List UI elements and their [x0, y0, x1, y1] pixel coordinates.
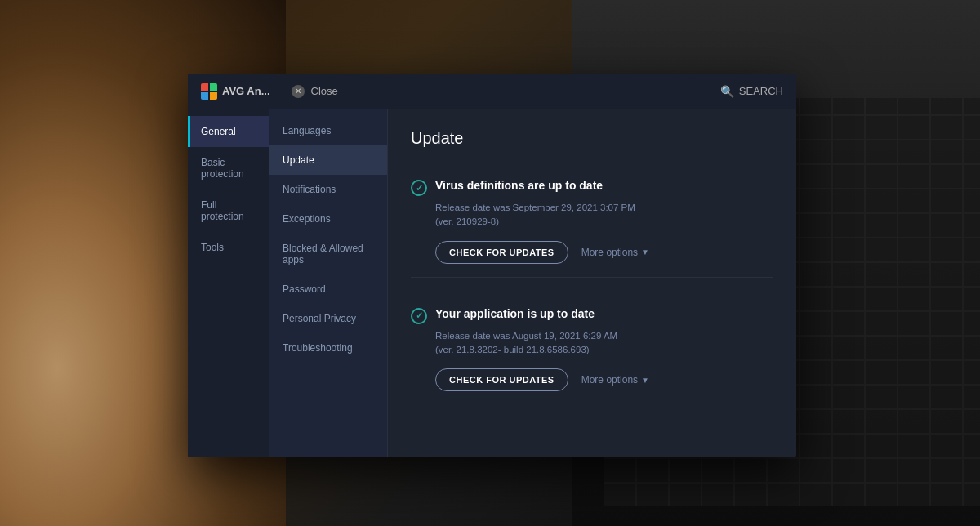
page-title: Update — [411, 129, 773, 148]
check-icon-app — [411, 308, 427, 324]
logo-quadrant-4 — [210, 92, 217, 100]
sidebar-primary: General Basic protection Full protection… — [188, 109, 270, 457]
menu-item-password[interactable]: Password — [270, 274, 387, 304]
sidebar-item-general[interactable]: General — [188, 116, 269, 147]
menu-item-notifications[interactable]: Notifications — [270, 175, 387, 204]
header-left: AVG An... ✕ Close — [201, 83, 338, 100]
logo-quadrant-1 — [201, 83, 208, 91]
check-updates-app-button[interactable]: CHECK FOR UPDATES — [435, 368, 568, 391]
virus-meta-line1: Release date was September 29, 2021 3:07… — [435, 201, 773, 215]
avg-logo-icon — [201, 83, 217, 100]
app-meta-line1: Release date was August 19, 2021 6:29 AM — [435, 329, 773, 343]
more-options-virus-button[interactable]: More options ▼ — [581, 247, 649, 258]
app-card-meta: Release date was August 19, 2021 6:29 AM… — [435, 329, 773, 358]
search-label: SEARCH — [739, 85, 783, 97]
virus-card-actions: CHECK FOR UPDATES More options ▼ — [435, 241, 773, 264]
menu-item-update[interactable]: Update — [270, 145, 387, 175]
more-options-app-button[interactable]: More options ▼ — [581, 374, 649, 386]
check-updates-virus-button[interactable]: CHECK FOR UPDATES — [435, 241, 568, 264]
app-window: AVG An... ✕ Close 🔍 SEARCH General Basic… — [188, 74, 796, 457]
virus-card-title: Virus definitions are up to date — [435, 179, 603, 192]
app-meta-line2: (ver. 21.8.3202- build 21.8.6586.693) — [435, 343, 773, 357]
content-area: General Basic protection Full protection… — [188, 109, 796, 457]
header-bar: AVG An... ✕ Close 🔍 SEARCH — [188, 74, 796, 109]
search-button[interactable]: 🔍 SEARCH — [720, 85, 783, 98]
card-header-app: Your application is up to date — [411, 307, 773, 324]
logo-quadrant-3 — [201, 92, 208, 100]
logo-quadrant-2 — [210, 83, 217, 91]
virus-meta-line2: (ver. 210929-8) — [435, 215, 773, 229]
menu-item-exceptions[interactable]: Exceptions — [270, 204, 387, 234]
search-icon: 🔍 — [720, 85, 734, 98]
logo-text: AVG An... — [222, 85, 270, 97]
virus-card-meta: Release date was September 29, 2021 3:07… — [435, 201, 773, 230]
app-card-actions: CHECK FOR UPDATES More options ▼ — [435, 368, 773, 391]
virus-definitions-card: Virus definitions are up to date Release… — [411, 166, 773, 278]
menu-item-blocked-allowed[interactable]: Blocked & Allowed apps — [270, 234, 387, 274]
card-header-virus: Virus definitions are up to date — [411, 179, 773, 196]
avg-logo: AVG An... — [201, 83, 270, 100]
sidebar-item-full-protection[interactable]: Full protection — [188, 189, 269, 232]
close-button[interactable]: ✕ Close — [292, 85, 338, 98]
menu-item-troubleshooting[interactable]: Troubleshooting — [270, 333, 387, 363]
sidebar-item-tools[interactable]: Tools — [188, 232, 269, 263]
close-label: Close — [311, 85, 338, 97]
check-icon-virus — [411, 180, 427, 196]
sidebar-secondary: Languages Update Notifications Exception… — [270, 109, 388, 457]
main-content: Update Virus definitions are up to date … — [388, 109, 796, 457]
application-card: Your application is up to date Release d… — [411, 294, 773, 405]
menu-item-personal-privacy[interactable]: Personal Privacy — [270, 304, 387, 333]
menu-item-languages[interactable]: Languages — [270, 116, 387, 145]
sidebar-item-basic-protection[interactable]: Basic protection — [188, 147, 269, 189]
close-x-icon: ✕ — [292, 85, 305, 98]
chevron-down-icon: ▼ — [641, 247, 649, 256]
app-card-title: Your application is up to date — [435, 307, 595, 320]
chevron-down-icon-2: ▼ — [641, 376, 649, 385]
